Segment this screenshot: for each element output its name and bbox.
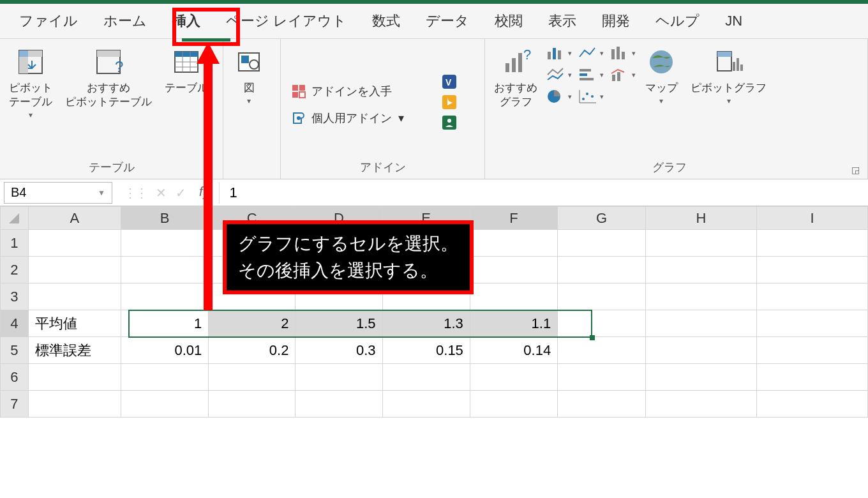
svg-rect-2 [28,50,42,57]
cell-B4[interactable]: 1 [121,310,208,337]
svg-text:?: ? [115,58,123,75]
cell-D4[interactable]: 1.5 [296,310,382,337]
charts-dialog-launcher[interactable]: ◲ [849,163,862,176]
svg-rect-8 [175,52,198,57]
tab-review[interactable]: 校閲 [482,6,535,36]
recommended-pivot-label: おすすめ ピボットテーブル [65,81,152,109]
recommended-pivot-button[interactable]: ? おすすめ ピボットテーブル [61,43,156,112]
chevron-down-icon: ▼ [98,188,105,197]
hierarchy-chart-button[interactable]: ▾ [546,67,572,82]
col-header-A[interactable]: A [28,207,121,230]
scatter-chart-button[interactable]: ▾ [578,89,604,104]
col-header-F[interactable]: F [470,207,557,230]
cell-A5[interactable]: 標準誤差 [28,337,121,364]
my-addins-button[interactable]: 個人用アドイン ▾ [286,107,433,130]
name-box-value: B4 [11,185,26,200]
cell-E4[interactable]: 1.3 [382,310,470,337]
col-header-H[interactable]: H [645,207,756,230]
pivot-table-button[interactable]: ピボット テーブル ▾ [5,43,56,122]
row-header-4[interactable]: 4 [1,310,29,337]
row-header-2[interactable]: 2 [1,257,29,283]
get-addins-label: アドインを入手 [311,84,392,99]
combo-chart-button[interactable]: ▾ [610,67,636,82]
cell-B5[interactable]: 0.01 [121,337,208,364]
svg-rect-1 [19,50,28,57]
formula-input[interactable] [219,182,868,204]
pivot-chart-icon [712,45,745,79]
cell-F5[interactable]: 0.14 [470,337,557,364]
svg-rect-26 [505,63,509,72]
bar-chart-button[interactable]: ▾ [578,67,604,82]
recommended-charts-button[interactable]: ? おすすめ グラフ [490,43,541,112]
svg-rect-3 [19,57,28,73]
svg-rect-31 [553,48,556,59]
get-addins-button[interactable]: アドインを入手 [286,80,433,103]
ribbon-tabs: ファイル ホーム 挿入 ページ レイアウト 数式 データ 校閲 表示 開発 ヘル… [0,4,868,39]
tab-insert[interactable]: 挿入 [160,6,213,36]
svg-rect-28 [518,53,522,72]
maps-button[interactable]: マップ ▾ [641,43,682,108]
tab-page-layout[interactable]: ページ レイアウト [213,6,359,36]
statistic-chart-button[interactable]: ▾ [610,45,636,61]
pie-chart-button[interactable]: ▾ [546,89,572,104]
enter-formula-icon[interactable]: ✓ [176,185,186,200]
row-header-7[interactable]: 7 [1,391,29,418]
cell-A4[interactable]: 平均値 [28,310,121,337]
recommended-charts-icon: ? [499,45,532,79]
svg-rect-40 [617,72,620,81]
svg-point-45 [586,93,588,95]
ribbon-group-tables: ピボット テーブル ▾ ? おすすめ ピボットテーブル テーブル テーブル [0,39,223,179]
col-header-G[interactable]: G [558,207,646,230]
table-button[interactable]: テーブル [161,43,212,98]
svg-rect-49 [717,52,731,57]
col-header-B[interactable]: B [121,207,208,230]
tab-jn[interactable]: JN [712,8,755,34]
cancel-formula-icon[interactable]: ✕ [156,185,167,200]
name-box[interactable]: B4 ▼ [4,182,112,204]
col-header-I[interactable]: I [756,207,867,230]
svg-rect-39 [612,75,615,81]
fx-icon[interactable]: fx [195,185,219,201]
group-label-tables: テーブル [5,157,218,176]
table-label: テーブル [165,81,208,95]
row-header-6[interactable]: 6 [1,364,29,391]
svg-point-47 [650,50,673,73]
chevron-down-icon: ▾ [247,96,251,105]
svg-rect-36 [580,69,591,72]
svg-point-25 [447,119,451,123]
visio-addin-button[interactable]: V [438,74,463,89]
cell-E5[interactable]: 0.15 [382,337,470,364]
tab-data[interactable]: データ [413,6,482,36]
row-header-3[interactable]: 3 [1,283,29,310]
svg-rect-51 [737,58,739,71]
cell-C5[interactable]: 0.2 [209,337,296,364]
svg-rect-32 [558,50,561,59]
annotation-line2: その後挿入を選択する。 [238,257,458,284]
chevron-down-icon: ▾ [29,110,33,119]
row-header-5[interactable]: 5 [1,337,29,364]
cell-D5[interactable]: 0.3 [296,337,382,364]
svg-rect-27 [512,58,516,72]
group-label-charts: グラフ [490,157,849,176]
svg-rect-5 [97,50,120,57]
tab-view[interactable]: 表示 [535,6,589,36]
column-chart-button[interactable]: ▾ [546,45,572,61]
row-header-1[interactable]: 1 [1,230,29,257]
select-all-corner[interactable] [1,207,29,230]
people-addin-button[interactable] [438,115,463,130]
svg-rect-14 [241,56,249,63]
bing-addin-button[interactable] [438,94,463,110]
svg-rect-50 [733,62,735,71]
tab-home[interactable]: ホーム [91,6,160,36]
line-chart-button[interactable]: ▾ [578,45,604,61]
tab-file[interactable]: ファイル [6,6,91,36]
pivot-chart-button[interactable]: ピボットグラフ ▾ [687,43,770,108]
pictures-button[interactable]: 図 ▾ [228,43,269,108]
tab-help[interactable]: ヘルプ [643,6,712,36]
tab-developer[interactable]: 開発 [589,6,643,36]
cell-C4[interactable]: 2 [209,310,296,337]
svg-rect-18 [292,92,298,98]
svg-point-46 [591,95,594,98]
cell-F4[interactable]: 1.1 [470,310,557,337]
tab-formulas[interactable]: 数式 [359,6,413,36]
